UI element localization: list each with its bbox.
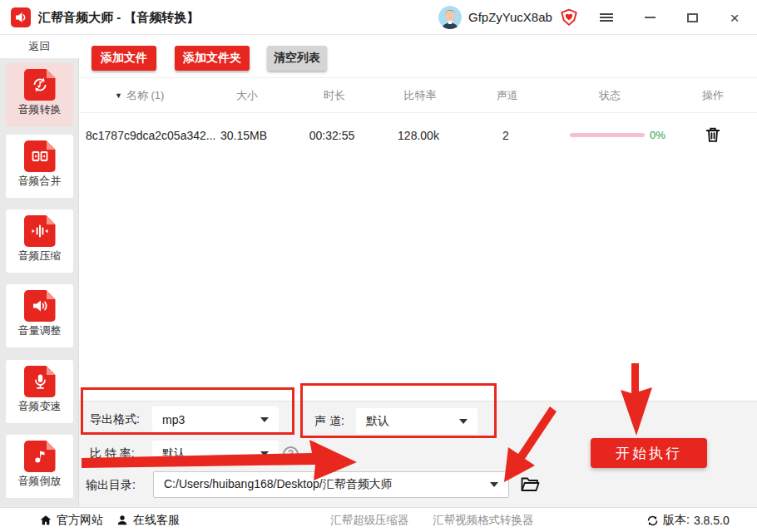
help-icon[interactable]: ? <box>283 446 299 462</box>
version-label: 版本: <box>663 513 690 528</box>
bitrate-value: 默认 <box>162 446 186 461</box>
delete-file-button[interactable] <box>703 126 723 145</box>
channel-label: 声 道: <box>314 408 344 434</box>
chevron-down-icon <box>459 419 468 424</box>
customer-service-icon <box>116 514 129 527</box>
bitrate-label: 比 特 率: <box>90 441 135 466</box>
chevron-down-icon <box>260 417 269 422</box>
minimize-button[interactable] <box>636 0 664 35</box>
sidebar-item-audio-speed[interactable]: 音频变速 <box>6 360 73 423</box>
browse-folder-button[interactable] <box>519 475 541 495</box>
column-header-bitrate: 比特率 <box>404 79 437 112</box>
audio-compress-icon <box>24 215 56 247</box>
progress-percent: 0% <box>650 116 665 155</box>
export-format-value: mp3 <box>162 413 185 426</box>
column-header-name[interactable]: ▼名称 (1) <box>115 79 164 112</box>
column-header-size: 大小 <box>236 79 258 112</box>
output-dir-label: 输出目录: <box>86 472 136 498</box>
back-button[interactable]: 返回 <box>0 35 79 58</box>
sidebar-item-label: 音频倒放 <box>6 474 73 489</box>
refresh-icon <box>646 515 659 527</box>
close-button[interactable]: × <box>720 0 749 35</box>
channel-select[interactable]: 默认 <box>356 408 477 434</box>
sidebar-item-label: 音量调整 <box>6 323 73 338</box>
title-bar: 汇帮音频大师 - 【音频转换】 GfpZyYucX8ab × <box>0 0 757 35</box>
maximize-button[interactable] <box>678 0 706 35</box>
window-title: 汇帮音频大师 - 【音频转换】 <box>38 0 199 35</box>
toolbar-divider <box>79 77 757 78</box>
sidebar-item-label: 音频压缩 <box>6 249 73 264</box>
column-header-action: 操作 <box>702 79 724 112</box>
video-converter-product-link[interactable]: 汇帮视频格式转换器 <box>433 508 534 532</box>
app-logo-speaker-icon <box>11 7 31 27</box>
sidebar-item-volume-adjust[interactable]: 音量调整 <box>6 284 73 347</box>
home-icon <box>39 514 52 527</box>
app-window: 汇帮音频大师 - 【音频转换】 GfpZyYucX8ab × 返回 <box>0 0 757 532</box>
status-bar: 官方网站 在线客服 汇帮超级压缩器 汇帮视频格式转换器 版本: 3.8.5.0 <box>0 507 757 532</box>
file-duration-cell: 00:32:55 <box>309 116 355 155</box>
version-value: 3.8.5.0 <box>694 514 730 527</box>
audio-speed-icon <box>24 366 56 397</box>
column-header-status: 状态 <box>599 79 621 112</box>
sidebar-item-audio-merge[interactable]: 音频合并 <box>6 135 73 198</box>
sidebar-item-audio-reverse[interactable]: 音频倒放 <box>6 435 73 498</box>
vip-badge-icon[interactable] <box>560 8 578 27</box>
online-service-label: 在线客服 <box>133 513 180 528</box>
add-file-button[interactable]: 添加文件 <box>92 46 156 71</box>
sidebar-item-audio-compress[interactable]: 音频压缩 <box>6 209 73 273</box>
chevron-down-icon <box>260 451 269 456</box>
file-channels-cell: 2 <box>502 116 509 155</box>
column-header-channels: 声道 <box>497 79 518 112</box>
sidebar-item-label: 音频合并 <box>6 174 73 189</box>
official-site-label: 官方网站 <box>57 513 103 528</box>
progress-bar <box>570 133 645 137</box>
export-format-select[interactable]: mp3 <box>152 406 279 432</box>
audio-merge-icon <box>24 140 56 172</box>
sidebar-item-label: 音频变速 <box>6 399 73 414</box>
official-site-link[interactable]: 官方网站 <box>39 508 103 532</box>
audio-reverse-icon <box>24 441 56 472</box>
folder-icon <box>520 475 540 493</box>
user-avatar[interactable] <box>438 6 462 29</box>
file-bitrate-cell: 128.00k <box>398 116 439 155</box>
trash-icon <box>704 126 722 144</box>
column-header-duration: 时长 <box>324 79 345 112</box>
online-service-link[interactable]: 在线客服 <box>116 508 180 532</box>
compressor-product-link[interactable]: 汇帮超级压缩器 <box>330 508 409 532</box>
sidebar: 返回 音频转换 <box>0 35 79 507</box>
start-execute-button[interactable]: 开始执行 <box>591 438 707 468</box>
channel-value: 默认 <box>366 414 389 429</box>
sidebar-item-label: 音频转换 <box>6 102 73 117</box>
volume-adjust-icon <box>24 290 56 322</box>
file-size-cell: 30.15MB <box>220 116 267 155</box>
sidebar-item-audio-convert[interactable]: 音频转换 <box>6 63 73 126</box>
chevron-down-icon <box>490 482 498 487</box>
output-dir-value: C:/Users/huibang168/Desktop/汇帮音频大师 <box>164 477 393 492</box>
version-info: 版本: 3.8.5.0 <box>646 508 730 532</box>
export-format-label: 导出格式: <box>90 406 140 432</box>
file-name-cell: 8c1787c9dca2c05a342... <box>86 116 215 155</box>
menu-button[interactable] <box>592 0 621 35</box>
header-divider <box>79 112 757 113</box>
username-label: GfpZyYucX8ab <box>468 0 552 35</box>
audio-convert-icon <box>24 69 56 101</box>
output-dir-input[interactable]: C:/Users/huibang168/Desktop/汇帮音频大师 <box>153 471 509 498</box>
clear-list-button[interactable]: 清空列表 <box>267 46 327 71</box>
bitrate-select[interactable]: 默认 <box>152 441 279 466</box>
add-folder-button[interactable]: 添加文件夹 <box>175 46 250 71</box>
sort-caret-icon: ▼ <box>115 79 122 112</box>
